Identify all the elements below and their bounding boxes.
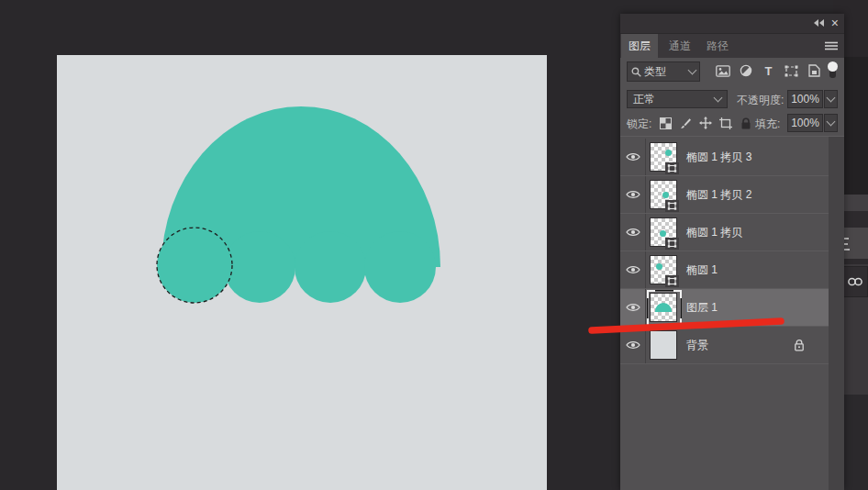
layer-name[interactable]: 图层 1 xyxy=(686,289,718,326)
background-lock-icon xyxy=(794,339,805,351)
visibility-toggle[interactable] xyxy=(620,289,646,326)
eye-icon xyxy=(626,227,640,238)
eye-icon xyxy=(626,302,640,313)
layer-name[interactable]: 椭圆 1 拷贝 2 xyxy=(686,176,751,213)
panel-gutter xyxy=(829,137,844,490)
vector-mask-badge xyxy=(665,200,679,212)
collapse-panel-icon[interactable] xyxy=(814,19,824,27)
chevron-down-icon xyxy=(688,66,697,75)
layer-controls: 类型 T xyxy=(620,58,844,137)
vector-mask-badge xyxy=(665,275,679,287)
layer-name[interactable]: 背景 xyxy=(686,327,708,363)
filter-toggle[interactable] xyxy=(828,61,837,80)
chevron-down-icon xyxy=(714,94,723,103)
pixel-filter-icon[interactable] xyxy=(715,62,730,79)
jellyfish-shape xyxy=(157,106,440,303)
lock-position-icon[interactable] xyxy=(698,116,713,130)
shape-filter-icon[interactable] xyxy=(784,62,799,79)
layer-thumbnail[interactable] xyxy=(650,330,677,360)
lock-artboard-icon[interactable] xyxy=(718,116,733,130)
fill-value[interactable]: 100% xyxy=(787,114,823,132)
layer-thumbnail[interactable] xyxy=(650,180,677,209)
layers-panel: × 图层 通道 路径 类型 xyxy=(620,14,844,490)
panel-tabbar: 图层 通道 路径 xyxy=(620,34,844,58)
ellipse-preview xyxy=(656,263,662,270)
type-filter-icon[interactable]: T xyxy=(761,62,776,79)
layer-row-ellipse-copy[interactable]: 椭圆 1 拷贝 xyxy=(620,214,829,251)
blend-mode-value: 正常 xyxy=(633,92,655,107)
layer-row-ellipse-copy3[interactable]: 椭圆 1 拷贝 3 xyxy=(620,139,829,176)
layer-row-ellipse-copy2[interactable]: 椭圆 1 拷贝 2 xyxy=(620,176,829,214)
smartobject-filter-icon[interactable] xyxy=(807,62,822,79)
layer-name[interactable]: 椭圆 1 拷贝 3 xyxy=(686,139,751,175)
lock-label: 锁定: xyxy=(627,117,651,132)
eye-icon xyxy=(626,340,640,351)
ellipse-preview xyxy=(662,192,669,198)
adjustment-filter-icon[interactable] xyxy=(738,62,753,79)
eye-icon xyxy=(626,189,640,200)
opacity-label: 不透明度: xyxy=(737,93,784,108)
close-panel-icon[interactable]: × xyxy=(831,17,839,29)
visibility-toggle[interactable] xyxy=(620,214,646,251)
link-icon xyxy=(847,276,863,287)
layer-thumbnail[interactable] xyxy=(650,293,677,322)
filter-type-label: 类型 xyxy=(644,64,686,80)
document-canvas[interactable] xyxy=(57,55,547,490)
layer-name[interactable]: 椭圆 1 xyxy=(686,251,718,288)
filter-row: 类型 T xyxy=(627,61,838,82)
layer-list: 椭圆 1 拷贝 3 椭圆 1 拷贝 2 xyxy=(620,136,844,490)
lock-pixels-icon[interactable] xyxy=(678,116,693,130)
ellipse-preview xyxy=(665,150,672,156)
eye-icon xyxy=(626,264,640,275)
filter-type-dropdown[interactable]: 类型 xyxy=(627,61,700,82)
blend-row: 正常 不透明度: 100% xyxy=(627,90,838,108)
layer-row-background[interactable]: 背景 xyxy=(620,327,829,364)
opacity-value[interactable]: 100% xyxy=(787,90,823,108)
visibility-toggle[interactable] xyxy=(620,327,646,363)
layer-thumbnail[interactable] xyxy=(650,255,677,284)
visibility-toggle[interactable] xyxy=(620,139,646,175)
ellipse-preview xyxy=(660,230,666,237)
layer-thumbnail[interactable] xyxy=(650,142,677,172)
blend-mode-dropdown[interactable]: 正常 xyxy=(627,90,728,108)
panel-titlebar: × xyxy=(620,14,844,34)
layer-name[interactable]: 椭圆 1 拷贝 xyxy=(686,214,742,251)
chevron-down-icon xyxy=(827,94,836,103)
vector-mask-badge xyxy=(665,162,679,174)
search-icon xyxy=(631,67,641,77)
fill-dropdown-button[interactable] xyxy=(824,114,838,132)
link-panel-button[interactable] xyxy=(842,266,868,297)
tab-paths[interactable]: 路径 xyxy=(699,34,736,58)
fill-label: 填充: xyxy=(755,117,780,132)
eye-icon xyxy=(626,151,640,162)
tab-channels[interactable]: 通道 xyxy=(662,34,698,58)
lock-all-icon[interactable] xyxy=(739,116,753,130)
visibility-toggle[interactable] xyxy=(620,251,646,288)
layer-row-ellipse1[interactable]: 椭圆 1 xyxy=(620,251,829,289)
visibility-toggle[interactable] xyxy=(620,176,646,213)
panel-menu-icon[interactable] xyxy=(825,41,838,50)
opacity-dropdown-button[interactable] xyxy=(824,90,838,108)
artwork xyxy=(57,55,547,490)
tab-layers[interactable]: 图层 xyxy=(621,34,658,58)
lock-row: 锁定: 填充: 100% xyxy=(627,114,838,132)
dome-preview xyxy=(655,303,672,312)
layer-row-layer1[interactable]: 图层 1 xyxy=(620,289,829,327)
lock-transparency-icon[interactable] xyxy=(658,116,673,130)
chevron-down-icon xyxy=(827,117,836,127)
vector-mask-badge xyxy=(665,238,679,250)
layer-thumbnail[interactable] xyxy=(650,217,677,247)
